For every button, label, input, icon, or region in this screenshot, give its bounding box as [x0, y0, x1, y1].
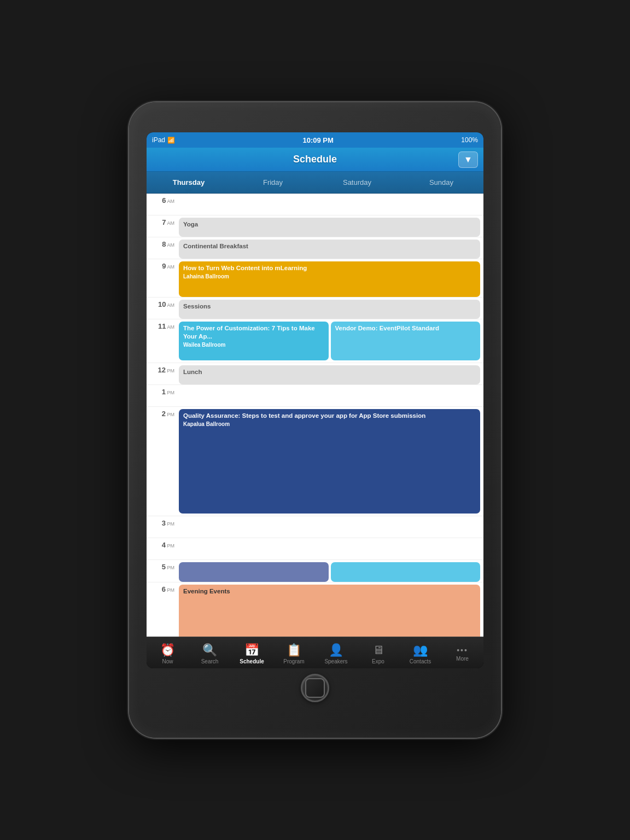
- event-5pm-left[interactable]: [179, 562, 329, 582]
- expo-label: Expo: [372, 658, 384, 664]
- ipad-screen: iPad 📶 10:09 PM 100% Schedule ▼ Thursday…: [147, 132, 483, 668]
- qa-title: Quality Assurance: Steps to test and app…: [183, 412, 476, 420]
- tab-thursday[interactable]: Thursday: [147, 172, 231, 193]
- tab-contacts[interactable]: 👥 Contacts: [399, 641, 441, 664]
- time-3pm: 3 PM: [147, 516, 177, 538]
- breakfast-title: Continental Breakfast: [183, 242, 476, 250]
- contacts-icon: 👥: [413, 643, 428, 657]
- customization-location: Wailea Ballroom: [183, 342, 324, 348]
- more-label: More: [456, 656, 469, 662]
- breakfast-event[interactable]: Continental Breakfast: [179, 240, 480, 259]
- mlearning-title: How to Turn Web Content into mLearning: [183, 264, 476, 272]
- page-title: Schedule: [293, 154, 337, 165]
- contacts-label: Contacts: [410, 658, 431, 664]
- events-8am: Continental Breakfast: [177, 237, 483, 259]
- evening-title: Evening Events: [183, 587, 476, 596]
- search-icon: 🔍: [202, 643, 217, 657]
- customization-event[interactable]: The Power of Customization: 7 Tips to Ma…: [179, 322, 329, 360]
- events-6am: [177, 194, 483, 215]
- hour-4pm: 4 PM: [147, 538, 483, 560]
- events-2pm: Quality Assurance: Steps to test and app…: [177, 407, 483, 514]
- tab-more[interactable]: ••• More: [441, 644, 483, 662]
- time-6am: 6 AM: [147, 194, 177, 215]
- hour-5pm: 5 PM: [147, 560, 483, 582]
- time-5pm: 5 PM: [147, 560, 177, 582]
- lunch-event[interactable]: Lunch: [179, 365, 480, 384]
- qa-event[interactable]: Quality Assurance: Steps to test and app…: [179, 409, 480, 514]
- hour-6pm: 6 PM Evening Events: [147, 582, 483, 637]
- hour-11am: 11 AM The Power of Customization: 7 Tips…: [147, 319, 483, 363]
- mlearning-location: Lahaina Ballroom: [183, 273, 476, 279]
- schedule-content: 6 AM 7 AM Yoga 8 AM Continental Breakfas…: [147, 194, 483, 637]
- hour-3pm: 3 PM: [147, 516, 483, 538]
- event-5pm-right[interactable]: [331, 562, 481, 582]
- hour-12pm: 12 PM Lunch: [147, 363, 483, 385]
- events-3pm: [177, 516, 483, 538]
- time-2pm: 2 PM: [147, 407, 177, 514]
- yoga-title: Yoga: [183, 220, 476, 229]
- speakers-label: Speakers: [324, 658, 347, 664]
- time-8am: 8 AM: [147, 237, 177, 259]
- hour-9am: 9 AM How to Turn Web Content into mLearn…: [147, 259, 483, 298]
- hour-10am: 10 AM Sessions: [147, 298, 483, 319]
- hour-6am: 6 AM: [147, 194, 483, 215]
- filter-button[interactable]: ▼: [458, 151, 478, 168]
- qa-location: Kapalua Ballroom: [183, 421, 476, 427]
- events-10am: Sessions: [177, 298, 483, 319]
- program-icon: 📋: [287, 643, 301, 657]
- hour-2pm: 2 PM Quality Assurance: Steps to test an…: [147, 407, 483, 516]
- tab-saturday-label: Saturday: [343, 178, 371, 186]
- tab-friday[interactable]: Friday: [231, 172, 315, 193]
- events-9am: How to Turn Web Content into mLearning L…: [177, 259, 483, 297]
- wifi-icon: 📶: [167, 137, 175, 144]
- time-11am: 11 AM: [147, 319, 177, 360]
- events-11am: The Power of Customization: 7 Tips to Ma…: [177, 319, 483, 360]
- nav-bar: Schedule ▼: [147, 148, 483, 172]
- tab-saturday[interactable]: Saturday: [315, 172, 399, 193]
- home-button-inner: [305, 678, 325, 698]
- yoga-event[interactable]: Yoga: [179, 218, 480, 237]
- vendor-demo-event[interactable]: Vendor Demo: EventPilot Standard: [331, 322, 481, 360]
- time-1pm: 1 PM: [147, 385, 177, 406]
- time-7am: 7 AM: [147, 215, 177, 237]
- tab-speakers[interactable]: 👤 Speakers: [315, 641, 357, 664]
- tab-search[interactable]: 🔍 Search: [189, 641, 231, 664]
- carrier-wifi: iPad 📶: [152, 136, 175, 144]
- sessions-event[interactable]: Sessions: [179, 300, 480, 319]
- tab-now[interactable]: ⏰ Now: [147, 641, 189, 664]
- tab-sunday-label: Sunday: [429, 178, 453, 186]
- events-4pm: [177, 538, 483, 559]
- events-7am: Yoga: [177, 215, 483, 237]
- hour-7am: 7 AM Yoga: [147, 215, 483, 237]
- sessions-title: Sessions: [183, 302, 476, 311]
- hour-8am: 8 AM Continental Breakfast: [147, 237, 483, 259]
- day-tabs: Thursday Friday Saturday Sunday: [147, 172, 483, 194]
- time-4pm: 4 PM: [147, 538, 177, 559]
- events-1pm: [177, 385, 483, 406]
- mlearning-event[interactable]: How to Turn Web Content into mLearning L…: [179, 261, 480, 297]
- time-9am: 9 AM: [147, 259, 177, 297]
- home-button[interactable]: [301, 674, 329, 702]
- now-label: Now: [162, 658, 173, 664]
- time-6pm: 6 PM: [147, 582, 177, 637]
- now-icon: ⏰: [160, 643, 175, 657]
- clock: 10:09 PM: [302, 136, 333, 144]
- schedule-label: Schedule: [240, 658, 264, 664]
- evening-event[interactable]: Evening Events: [179, 585, 480, 637]
- carrier-label: iPad: [152, 136, 165, 144]
- filter-icon: ▼: [464, 155, 472, 165]
- tab-program[interactable]: 📋 Program: [273, 641, 315, 664]
- schedule-icon: 📅: [244, 643, 259, 657]
- customization-title: The Power of Customization: 7 Tips to Ma…: [183, 324, 324, 341]
- events-5pm: [177, 560, 483, 582]
- expo-icon: 🖥: [372, 643, 384, 657]
- search-label: Search: [201, 658, 219, 664]
- tab-expo[interactable]: 🖥 Expo: [357, 641, 399, 664]
- program-label: Program: [283, 658, 304, 664]
- speakers-icon: 👤: [329, 643, 343, 657]
- ipad-device: iPad 📶 10:09 PM 100% Schedule ▼ Thursday…: [129, 102, 501, 738]
- tab-friday-label: Friday: [263, 178, 283, 186]
- tab-sunday[interactable]: Sunday: [399, 172, 483, 193]
- lunch-title: Lunch: [183, 368, 476, 376]
- tab-schedule[interactable]: 📅 Schedule: [231, 641, 273, 664]
